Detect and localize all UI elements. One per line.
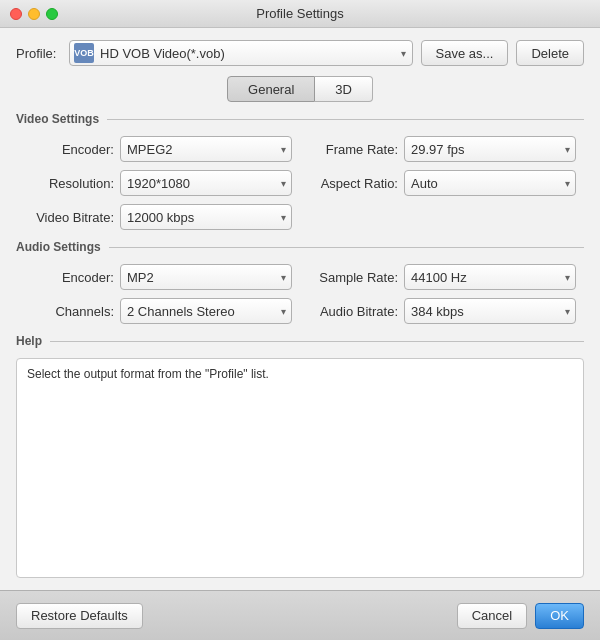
minimize-button[interactable] xyxy=(28,8,40,20)
encoder-label: Encoder: xyxy=(24,142,114,157)
window-title: Profile Settings xyxy=(256,6,343,21)
video-settings-section: Video Settings Encoder: MPEG2 H.264 H.26… xyxy=(16,112,584,230)
encoder-select[interactable]: MPEG2 H.264 H.265 MPEG4 xyxy=(120,136,292,162)
audio-bitrate-select-wrapper: 384 kbps 320 kbps 256 kbps 192 kbps 128 … xyxy=(404,298,576,324)
aspect-ratio-label: Aspect Ratio: xyxy=(308,176,398,191)
maximize-button[interactable] xyxy=(46,8,58,20)
audio-settings-section: Audio Settings Encoder: MP2 MP3 AAC AC3 … xyxy=(16,240,584,324)
restore-defaults-button[interactable]: Restore Defaults xyxy=(16,603,143,629)
bottom-bar: Restore Defaults Cancel OK xyxy=(0,590,600,640)
audio-encoder-select-wrapper: MP2 MP3 AAC AC3 xyxy=(120,264,292,290)
tab-3d[interactable]: 3D xyxy=(315,76,373,102)
resolution-row: Resolution: 1920*1080 1280*720 720*480 6… xyxy=(24,170,292,196)
profile-select[interactable]: HD VOB Video(*.vob) HD MP4 Video DVD Vid… xyxy=(98,41,408,65)
video-settings-line xyxy=(107,119,584,120)
encoder-select-wrapper: MPEG2 H.264 H.265 MPEG4 xyxy=(120,136,292,162)
audio-encoder-select[interactable]: MP2 MP3 AAC AC3 xyxy=(120,264,292,290)
video-settings-title: Video Settings xyxy=(16,112,99,126)
audio-encoder-row: Encoder: MP2 MP3 AAC AC3 xyxy=(24,264,292,290)
sample-rate-label: Sample Rate: xyxy=(308,270,398,285)
frame-rate-select-wrapper: 29.97 fps 25 fps 24 fps 30 fps 60 fps xyxy=(404,136,576,162)
aspect-ratio-row: Aspect Ratio: Auto 16:9 4:3 1:1 xyxy=(308,170,576,196)
video-bitrate-label: Video Bitrate: xyxy=(24,210,114,225)
resolution-select-wrapper: 1920*1080 1280*720 720*480 640*360 xyxy=(120,170,292,196)
profile-label: Profile: xyxy=(16,46,61,61)
channels-select[interactable]: 2 Channels Stereo 1 Channel Mono 5.1 Cha… xyxy=(120,298,292,324)
help-text: Select the output format from the "Profi… xyxy=(27,367,573,381)
cancel-button[interactable]: Cancel xyxy=(457,603,527,629)
video-bitrate-select[interactable]: 12000 kbps 8000 kbps 6000 kbps 4000 kbps… xyxy=(120,204,292,230)
aspect-ratio-select[interactable]: Auto 16:9 4:3 1:1 xyxy=(404,170,576,196)
encoder-row: Encoder: MPEG2 H.264 H.265 MPEG4 xyxy=(24,136,292,162)
audio-bitrate-label: Audio Bitrate: xyxy=(308,304,398,319)
aspect-ratio-select-wrapper: Auto 16:9 4:3 1:1 xyxy=(404,170,576,196)
help-header: Help xyxy=(16,334,584,348)
sample-rate-select[interactable]: 44100 Hz 48000 Hz 22050 Hz xyxy=(404,264,576,290)
help-section: Help Select the output format from the "… xyxy=(16,334,584,578)
video-settings-header: Video Settings xyxy=(16,112,584,126)
delete-button[interactable]: Delete xyxy=(516,40,584,66)
video-bitrate-select-wrapper: 12000 kbps 8000 kbps 6000 kbps 4000 kbps… xyxy=(120,204,292,230)
profile-select-container: VOB HD VOB Video(*.vob) HD MP4 Video DVD… xyxy=(69,40,413,66)
audio-settings-line xyxy=(109,247,584,248)
channels-select-wrapper: 2 Channels Stereo 1 Channel Mono 5.1 Cha… xyxy=(120,298,292,324)
audio-settings-title: Audio Settings xyxy=(16,240,101,254)
tab-general[interactable]: General xyxy=(227,76,315,102)
help-content: Select the output format from the "Profi… xyxy=(16,358,584,578)
frame-rate-label: Frame Rate: xyxy=(308,142,398,157)
profile-icon: VOB xyxy=(74,43,94,63)
ok-button[interactable]: OK xyxy=(535,603,584,629)
resolution-label: Resolution: xyxy=(24,176,114,191)
help-title: Help xyxy=(16,334,42,348)
audio-fields-grid: Encoder: MP2 MP3 AAC AC3 Sample Rate: 44… xyxy=(16,264,584,324)
profile-row: Profile: VOB HD VOB Video(*.vob) HD MP4 … xyxy=(16,40,584,66)
channels-row: Channels: 2 Channels Stereo 1 Channel Mo… xyxy=(24,298,292,324)
resolution-select[interactable]: 1920*1080 1280*720 720*480 640*360 xyxy=(120,170,292,196)
traffic-lights xyxy=(10,8,58,20)
video-fields-grid: Encoder: MPEG2 H.264 H.265 MPEG4 Frame R… xyxy=(16,136,584,230)
frame-rate-select[interactable]: 29.97 fps 25 fps 24 fps 30 fps 60 fps xyxy=(404,136,576,162)
tabs-row: General 3D xyxy=(16,76,584,102)
frame-rate-row: Frame Rate: 29.97 fps 25 fps 24 fps 30 f… xyxy=(308,136,576,162)
bottom-right-buttons: Cancel OK xyxy=(457,603,584,629)
title-bar: Profile Settings xyxy=(0,0,600,28)
sample-rate-row: Sample Rate: 44100 Hz 48000 Hz 22050 Hz xyxy=(308,264,576,290)
save-as-button[interactable]: Save as... xyxy=(421,40,509,66)
channels-label: Channels: xyxy=(24,304,114,319)
audio-settings-header: Audio Settings xyxy=(16,240,584,254)
audio-bitrate-select[interactable]: 384 kbps 320 kbps 256 kbps 192 kbps 128 … xyxy=(404,298,576,324)
sample-rate-select-wrapper: 44100 Hz 48000 Hz 22050 Hz xyxy=(404,264,576,290)
main-content: Profile: VOB HD VOB Video(*.vob) HD MP4 … xyxy=(0,28,600,590)
close-button[interactable] xyxy=(10,8,22,20)
help-line xyxy=(50,341,584,342)
video-bitrate-row: Video Bitrate: 12000 kbps 8000 kbps 6000… xyxy=(24,204,292,230)
audio-encoder-label: Encoder: xyxy=(24,270,114,285)
audio-bitrate-row: Audio Bitrate: 384 kbps 320 kbps 256 kbp… xyxy=(308,298,576,324)
